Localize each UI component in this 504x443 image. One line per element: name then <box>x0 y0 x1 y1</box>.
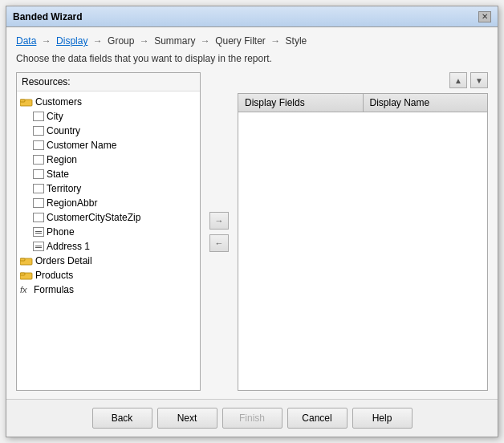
customers-label: Customers <box>35 96 82 108</box>
address1-label: Address 1 <box>47 241 90 252</box>
breadcrumb-summary: Summary <box>154 35 195 47</box>
resources-label: Resources: <box>17 73 200 91</box>
field-icon-customer-name <box>33 140 44 150</box>
field-icon-country <box>33 126 44 136</box>
tree-item-regionabbr[interactable]: RegionAbbr <box>17 196 200 210</box>
up-down-buttons: ▲ ▼ <box>238 72 488 88</box>
next-button[interactable]: Next <box>157 408 217 429</box>
back-button[interactable]: Back <box>92 408 152 429</box>
breadcrumb-style: Style <box>286 35 307 47</box>
folder-icon-products <box>20 270 33 280</box>
tree-group-customers[interactable]: Customers <box>17 95 200 109</box>
svg-rect-1 <box>20 100 25 102</box>
breadcrumb-data[interactable]: Data <box>16 35 36 47</box>
field-icon-state <box>33 169 44 179</box>
field-icon-customercitystatezip <box>33 213 44 222</box>
tree-item-territory[interactable]: Territory <box>17 181 200 196</box>
breadcrumb-group: Group <box>108 35 134 47</box>
field-icon-regionabbr <box>33 198 44 208</box>
svg-rect-3 <box>20 258 25 261</box>
field-icon-address1 <box>33 242 44 251</box>
customercitystatezip-label: CustomerCityStateZip <box>47 212 140 223</box>
move-right-button[interactable]: → <box>209 212 229 230</box>
country-label: Country <box>47 125 80 136</box>
col-display-fields: Display Fields <box>238 94 364 112</box>
phone-label: Phone <box>47 226 75 238</box>
banded-wizard-dialog: Banded Wizard ✕ Data → Display → Group →… <box>6 6 498 437</box>
tree-item-phone[interactable]: Phone <box>17 225 200 239</box>
tree-item-city[interactable]: City <box>17 109 200 124</box>
tree-item-region[interactable]: Region <box>17 152 200 167</box>
breadcrumb-query-filter: Query Filter <box>215 35 266 47</box>
dialog-body: Data → Display → Group → Summary → Query… <box>6 27 498 399</box>
move-down-button[interactable]: ▼ <box>470 72 488 88</box>
table-body <box>238 112 487 390</box>
title-bar: Banded Wizard ✕ <box>6 6 498 27</box>
table-header: Display Fields Display Name <box>238 94 487 112</box>
tree-item-address1[interactable]: Address 1 <box>17 239 200 254</box>
region-label: Region <box>47 154 77 165</box>
tree-group-formulas[interactable]: fx Formulas <box>17 282 200 297</box>
right-panel: ▲ ▼ Display Fields Display Name <box>238 72 488 391</box>
tree-item-customercitystatezip[interactable]: CustomerCityStateZip <box>17 210 200 225</box>
description: Choose the data fields that you want to … <box>16 53 488 64</box>
finish-button[interactable]: Finish <box>222 408 282 429</box>
move-left-button[interactable]: ← <box>209 234 229 252</box>
breadcrumb: Data → Display → Group → Summary → Query… <box>16 35 488 47</box>
products-label: Products <box>35 270 73 281</box>
field-icon-phone <box>33 227 44 237</box>
tree-group-orders-detail[interactable]: Orders Detail <box>17 254 200 268</box>
display-fields-table: Display Fields Display Name <box>238 93 488 391</box>
svg-rect-5 <box>20 273 25 275</box>
orders-detail-label: Orders Detail <box>35 255 92 266</box>
field-icon-territory <box>33 184 44 193</box>
col-display-name: Display Name <box>364 94 488 112</box>
content-area: Resources: Customers City <box>16 72 488 391</box>
tree-item-state[interactable]: State <box>17 167 200 181</box>
fx-icon: fx <box>20 285 31 295</box>
state-label: State <box>47 169 69 180</box>
folder-icon-orders <box>20 256 33 266</box>
field-icon-region <box>33 155 44 165</box>
formulas-label: Formulas <box>34 284 74 295</box>
breadcrumb-display[interactable]: Display <box>56 35 87 47</box>
resources-panel: Resources: Customers City <box>16 72 201 391</box>
territory-label: Territory <box>47 183 81 194</box>
help-button[interactable]: Help <box>352 408 413 429</box>
tree-area[interactable]: Customers City Country Customer Name <box>17 91 200 390</box>
tree-item-country[interactable]: Country <box>17 124 200 138</box>
close-button[interactable]: ✕ <box>478 11 491 22</box>
regionabbr-label: RegionAbbr <box>47 197 97 209</box>
dialog-title: Banded Wizard <box>13 11 83 22</box>
tree-item-customer-name[interactable]: Customer Name <box>17 138 200 152</box>
folder-icon <box>20 97 33 107</box>
cancel-button[interactable]: Cancel <box>287 408 348 429</box>
city-label: City <box>47 111 63 122</box>
customer-name-label: Customer Name <box>47 140 116 151</box>
move-up-button[interactable]: ▲ <box>449 72 467 88</box>
field-icon-city <box>33 112 44 121</box>
footer: Back Next Finish Cancel Help <box>6 399 498 437</box>
tree-group-products[interactable]: Products <box>17 268 200 282</box>
middle-buttons: → ← <box>207 72 231 391</box>
